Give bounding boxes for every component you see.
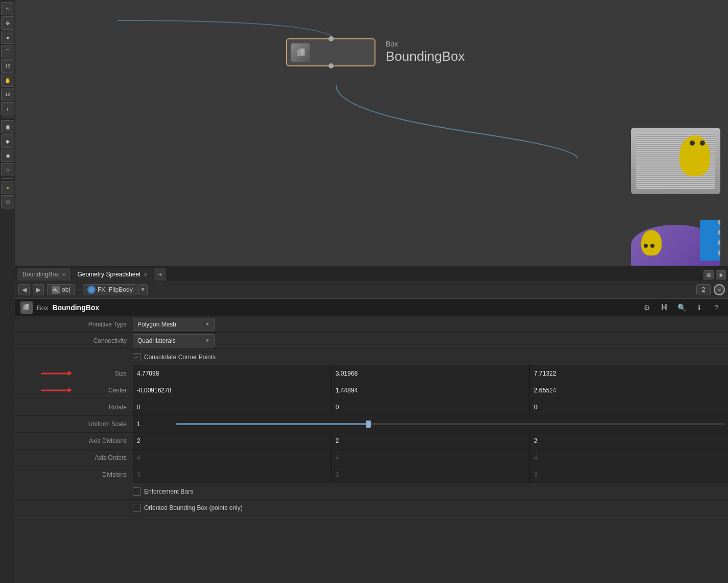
nav-dropdown-btn[interactable]: ▼ xyxy=(138,284,148,295)
primitive-type-label: Primitive Type xyxy=(15,321,133,328)
divisions-x[interactable]: 3 xyxy=(133,467,332,483)
toolbar-separator-1 xyxy=(2,118,13,118)
primitive-type-dropdown[interactable]: Polygon Mesh ▼ xyxy=(133,318,215,331)
help-icon: ? xyxy=(714,304,718,312)
h-icon: H xyxy=(661,303,667,312)
help-button[interactable]: ? xyxy=(710,301,723,314)
node-name-label: BoundingBox xyxy=(386,49,465,64)
toolbar-btn-dot[interactable]: ● xyxy=(1,31,14,44)
toolbar-btn-num12a[interactable]: 12 xyxy=(1,59,14,73)
nav-back-button[interactable]: ◀ xyxy=(18,284,30,295)
axis-orders-y[interactable]: 4 xyxy=(332,450,530,466)
consolidate-row: ✓ Consolidate Corner Points xyxy=(15,349,728,365)
nav-flipbody-label: FX_FlipBody xyxy=(98,286,133,293)
consolidate-value: ✓ Consolidate Corner Points xyxy=(133,353,728,361)
primitive-type-row: Primitive Type Polygon Mesh ▼ xyxy=(15,316,728,333)
search-button[interactable]: 🔍 xyxy=(675,301,688,314)
toolbar-separator-2 xyxy=(2,178,13,179)
enforcement-bars-text: Enforcement Bars xyxy=(144,488,193,495)
connectivity-row: Connectivity Quadrilaterals ▼ xyxy=(15,333,728,349)
toolbar-btn-extra2[interactable]: ☉ xyxy=(1,195,14,208)
center-y[interactable]: 1.44894 xyxy=(332,382,530,399)
divisions-y[interactable]: 3 xyxy=(332,467,530,483)
uniform-scale-value[interactable]: 1 xyxy=(133,416,174,432)
nav-forward-button[interactable]: ▶ xyxy=(33,284,44,295)
title-bar: Box BoundingBox ⚙ H 🔍 ℹ ? xyxy=(15,299,728,316)
toolbar-btn-circle-dot[interactable]: ◉ xyxy=(1,149,14,162)
tab-geometry-spreadsheet[interactable]: Geometry Spreadsheet ✕ xyxy=(72,268,153,281)
oriented-bb-checkbox[interactable] xyxy=(133,504,141,512)
axis-orders-x[interactable]: 4 xyxy=(133,450,332,466)
uniform-scale-track[interactable] xyxy=(174,416,728,432)
h-button[interactable]: H xyxy=(657,301,671,314)
oriented-bb-text: Oriented Bounding Box (points only) xyxy=(144,504,243,511)
size-cells: 4.77098 3.01968 7.71322 xyxy=(133,365,728,382)
rotate-x[interactable]: 0 xyxy=(133,399,332,415)
tab-bounding-box-label: BoundingBox xyxy=(22,271,59,278)
size-x[interactable]: 4.77098 xyxy=(133,365,332,382)
view-grid-btn[interactable]: ▦ xyxy=(703,270,714,279)
consolidate-checkbox[interactable]: ✓ xyxy=(133,353,141,361)
divisions-label: Divisions xyxy=(15,471,133,478)
tab-geometry-spreadsheet-close[interactable]: ✕ xyxy=(144,272,148,277)
nav-back-icon: ◀ xyxy=(22,286,27,293)
axis-orders-z[interactable]: 4 xyxy=(530,450,728,466)
char-node-1 xyxy=(631,128,720,194)
nav-separator: › xyxy=(78,286,80,293)
rotate-y[interactable]: 0 xyxy=(332,399,530,415)
axis-orders-label: Axis Orders xyxy=(15,454,133,461)
view-circle-btn[interactable]: ◉ xyxy=(716,270,726,279)
center-x[interactable]: -0.00916278 xyxy=(133,382,332,399)
toolbar-btn-star[interactable]: ☆ xyxy=(1,163,14,176)
bounding-box-node[interactable] xyxy=(286,38,375,66)
size-z[interactable]: 7.71322 xyxy=(530,365,728,382)
size-y[interactable]: 3.01968 xyxy=(332,365,530,382)
consolidate-checkbox-label: Consolidate Corner Points xyxy=(144,354,216,361)
toolbar-btn-extra1[interactable]: ● xyxy=(1,181,14,194)
nav-badge-value: 2 xyxy=(702,286,706,293)
gear-button[interactable]: ⚙ xyxy=(640,301,653,314)
toolbar-btn-square[interactable]: ▣ xyxy=(1,120,14,133)
nav-circle-button[interactable]: ○ xyxy=(714,284,725,295)
info-button[interactable]: ℹ xyxy=(692,301,706,314)
enforcement-bars-checkbox[interactable] xyxy=(133,487,141,496)
toolbar-btn-slash[interactable]: / xyxy=(1,102,14,115)
nav-forward-icon: ▶ xyxy=(36,286,41,293)
toolbar-btn-select[interactable]: ↖ xyxy=(1,2,14,15)
node-type-text: Box xyxy=(37,304,48,312)
consolidate-check-mark: ✓ xyxy=(134,354,139,361)
enforcement-bars-row: Enforcement Bars xyxy=(15,483,728,500)
axis-div-y[interactable]: 2 xyxy=(332,433,530,449)
rotate-z[interactable]: 0 xyxy=(530,399,728,415)
nav-circle-icon: ○ xyxy=(718,287,721,292)
add-tab-button[interactable]: + xyxy=(154,268,166,281)
center-arrow xyxy=(41,390,69,391)
tab-bounding-box[interactable]: BoundingBox ✕ xyxy=(17,268,71,281)
nav-path-obj[interactable]: obj obj xyxy=(47,284,75,295)
bottom-panel: BoundingBox ✕ Geometry Spreadsheet ✕ + ▦… xyxy=(15,266,728,583)
tab-geometry-spreadsheet-label: Geometry Spreadsheet xyxy=(77,271,140,278)
node-area: Box BoundingBox xyxy=(15,0,728,266)
node-type-label: Box xyxy=(386,40,398,48)
node-connector-top[interactable] xyxy=(328,36,334,41)
divisions-z[interactable]: 3 xyxy=(530,467,728,483)
toolbar-btn-hand[interactable]: ✋ xyxy=(1,74,14,87)
enforcement-bars-value: Enforcement Bars xyxy=(133,487,728,496)
uniform-scale-row: Uniform Scale 1 xyxy=(15,416,728,433)
nav-path-flipbody[interactable]: FX_FlipBody xyxy=(83,284,137,295)
info-icon: ℹ xyxy=(698,304,700,312)
axis-div-x[interactable]: 2 xyxy=(133,433,332,449)
connectivity-dropdown[interactable]: Quadrilaterals ▼ xyxy=(133,334,215,347)
node-connector-bottom[interactable] xyxy=(328,63,334,68)
toolbar-btn-curve[interactable]: ⌒ xyxy=(1,45,14,58)
uniform-scale-handle[interactable] xyxy=(366,421,371,428)
axis-divisions-row: Axis Divisions 2 2 2 xyxy=(15,433,728,450)
toolbar-btn-num12b[interactable]: 12 xyxy=(1,88,14,101)
axis-divisions-cells: 2 2 2 xyxy=(133,433,728,449)
gear-icon: ⚙ xyxy=(644,304,650,312)
tab-bounding-box-close[interactable]: ✕ xyxy=(62,272,66,277)
toolbar-btn-move[interactable]: ✥ xyxy=(1,16,14,30)
axis-div-z[interactable]: 2 xyxy=(530,433,728,449)
center-z[interactable]: 2.65524 xyxy=(530,382,728,399)
toolbar-btn-diamond[interactable]: ◆ xyxy=(1,134,14,148)
